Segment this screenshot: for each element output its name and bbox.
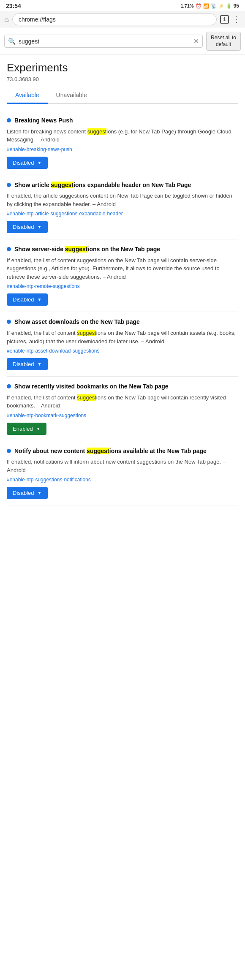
experiment-item: Notify about new content suggestions ava… [7, 441, 238, 506]
disabled-dropdown[interactable]: Disabled ▼ [7, 487, 48, 499]
chevron-down-icon: ▼ [38, 362, 42, 366]
menu-button[interactable]: ⋮ [232, 14, 241, 24]
search-bar: 🔍 suggest ✕ Reset all to default [0, 28, 245, 54]
experiment-link[interactable]: #enable-ntp-article-suggestions-expandab… [7, 211, 238, 217]
status-dot [7, 449, 11, 453]
tab-unavailable[interactable]: Unavailable [48, 87, 95, 104]
search-input[interactable]: suggest [19, 38, 191, 45]
wifi-icon: 📶 [203, 3, 209, 9]
experiment-item: Show asset downloads on the New Tab page… [7, 312, 238, 377]
status-dot [7, 247, 11, 251]
disabled-dropdown[interactable]: Disabled ▼ [7, 157, 48, 169]
experiment-link[interactable]: #enable-ntp-suggestions-notifications [7, 477, 238, 483]
main-content: Experiments 73.0.3683.90 Available Unava… [0, 54, 245, 505]
experiment-desc: If enabled, the list of content suggesti… [7, 329, 238, 345]
experiment-title: Show recently visited bookmarks on the N… [14, 383, 169, 391]
alarm-icon: ⏰ [196, 3, 201, 9]
status-dot [7, 320, 11, 324]
experiment-title: Show asset downloads on the New Tab page [14, 318, 140, 326]
search-field[interactable]: 🔍 suggest ✕ [4, 35, 203, 48]
battery-charging-icon: ⚡ [218, 3, 224, 9]
experiment-title: Notify about new content suggestions ava… [14, 447, 207, 456]
experiment-desc: If enabled, the article suggestions cont… [7, 192, 238, 208]
home-button[interactable]: ⌂ [4, 15, 9, 24]
experiment-item: Show server-side suggestions on the New … [7, 239, 238, 312]
signal-icon: 📡 [211, 3, 217, 9]
experiment-desc: If enabled, the list of content suggesti… [7, 394, 238, 410]
button-label: Enabled [13, 426, 33, 432]
page-title: Experiments [7, 61, 238, 74]
chevron-down-icon: ▼ [38, 491, 42, 495]
status-dot [7, 118, 11, 122]
disabled-dropdown[interactable]: Disabled ▼ [7, 221, 48, 233]
status-dot [7, 183, 11, 187]
highlight-text: suggest [87, 128, 107, 135]
battery-icon: 🔋 [226, 3, 232, 9]
experiment-title: Show article suggestions expandable head… [14, 181, 191, 190]
button-label: Disabled [13, 490, 34, 496]
experiment-desc: Listen for breaking news content suggest… [7, 128, 238, 144]
experiment-header: Show server-side suggestions on the New … [7, 245, 238, 254]
enabled-dropdown[interactable]: Enabled ▼ [7, 423, 46, 435]
status-bar: 23:54 1.71% ⏰ 📶 📡 ⚡ 🔋 95 [0, 0, 245, 11]
url-text: chrome://flags [19, 16, 56, 23]
highlight-text: suggest [77, 330, 96, 336]
tab-count[interactable]: 1 [220, 15, 229, 24]
experiment-desc: If enabled, the list of content suggesti… [7, 256, 238, 281]
experiment-link[interactable]: #enable-breaking-news-push [7, 147, 238, 152]
chevron-down-icon: ▼ [38, 160, 42, 165]
url-bar[interactable]: chrome://flags [12, 14, 217, 25]
status-time: 23:54 [6, 3, 21, 9]
tab-available[interactable]: Available [7, 87, 48, 104]
experiment-header: Show recently visited bookmarks on the N… [7, 383, 238, 391]
experiment-header: Show article suggestions expandable head… [7, 181, 238, 190]
reset-all-button[interactable]: Reset all to default [206, 32, 241, 51]
tabs: Available Unavailable [7, 87, 238, 104]
experiment-header: Breaking News Push [7, 117, 238, 125]
experiment-item: Show article suggestions expandable head… [7, 175, 238, 240]
button-label: Disabled [13, 160, 34, 166]
experiment-item: Breaking News Push Listen for breaking n… [7, 111, 238, 175]
clear-search-button[interactable]: ✕ [193, 37, 199, 45]
status-icons: 1.71% ⏰ 📶 📡 ⚡ 🔋 95 [180, 3, 239, 9]
experiment-link[interactable]: #enable-ntp-remote-suggestions [7, 283, 238, 289]
chevron-down-icon: ▼ [38, 225, 42, 229]
experiment-list: Breaking News Push Listen for breaking n… [7, 111, 238, 505]
version-text: 73.0.3683.90 [7, 76, 238, 82]
experiment-link[interactable]: #enable-ntp-asset-download-suggestions [7, 348, 238, 354]
experiment-header: Notify about new content suggestions ava… [7, 447, 238, 456]
browser-chrome: ⌂ chrome://flags 1 ⋮ [0, 11, 245, 28]
button-label: Disabled [13, 224, 34, 230]
experiment-desc: If enabled, notifications will inform ab… [7, 458, 238, 474]
experiment-link[interactable]: #enable-ntp-bookmark-suggestions [7, 413, 238, 418]
highlight-text: suggest [77, 394, 96, 401]
disabled-dropdown[interactable]: Disabled ▼ [7, 293, 48, 306]
experiment-header: Show asset downloads on the New Tab page [7, 318, 238, 326]
search-icon: 🔍 [8, 38, 16, 45]
battery-level: 95 [234, 3, 239, 9]
experiment-item: Show recently visited bookmarks on the N… [7, 377, 238, 441]
signal-text: 1.71% [180, 3, 193, 8]
experiment-title: Breaking News Push [14, 117, 73, 125]
chevron-down-icon: ▼ [36, 426, 41, 431]
button-label: Disabled [13, 296, 34, 303]
status-dot [7, 384, 11, 388]
disabled-dropdown[interactable]: Disabled ▼ [7, 358, 48, 370]
chevron-down-icon: ▼ [38, 297, 42, 302]
experiment-title: Show server-side suggestions on the New … [14, 245, 160, 254]
button-label: Disabled [13, 361, 34, 367]
